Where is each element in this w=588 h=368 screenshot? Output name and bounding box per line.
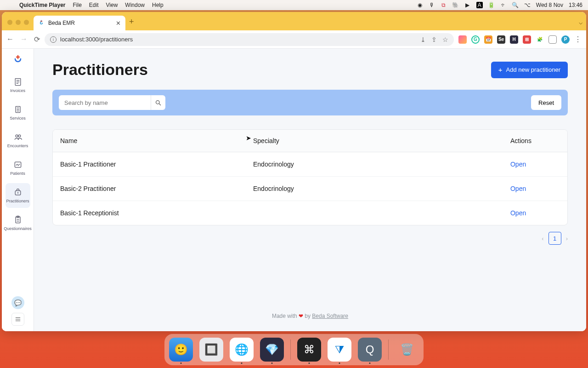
dock-obsidian[interactable]: 💎 — [260, 338, 284, 362]
spotlight-icon[interactable]: 🔍 — [512, 2, 519, 8]
dock-launchpad[interactable]: 🔲 — [199, 338, 223, 362]
wifi-icon[interactable]: ᯤ — [500, 2, 507, 8]
new-tab-button[interactable]: + — [129, 17, 134, 26]
th-specialty: Specialty — [246, 130, 503, 152]
app-logo-icon[interactable] — [12, 54, 23, 65]
search-input[interactable] — [59, 95, 151, 110]
profile-avatar[interactable]: P — [561, 35, 570, 44]
open-link[interactable]: Open — [510, 161, 526, 168]
omnibox[interactable]: i localhost:3000/practitioners ⤓ ⇪ ☆ — [45, 33, 454, 46]
mac-dock: 🙂 🔲 🌐 💎 ⌘ ⧩ Q 🗑️ — [164, 334, 424, 365]
dock-finder[interactable]: 🙂 — [169, 338, 193, 362]
kebab-menu-icon[interactable]: ⋮ — [574, 35, 582, 44]
cell-name: Basic-1 Receptionist — [53, 201, 246, 225]
dock-vscode[interactable]: ⧩ — [328, 338, 351, 362]
menu-help[interactable]: Help — [152, 2, 164, 8]
app-root: Invoices Services Encounters Patients Pr… — [2, 49, 586, 331]
share-icon[interactable]: ⇪ — [431, 36, 437, 43]
th-actions: Actions — [503, 130, 567, 152]
footer-mid: by — [303, 313, 312, 319]
evernote-icon[interactable]: 🐘 — [452, 2, 459, 8]
mic-icon[interactable]: 🎙 — [429, 2, 435, 8]
ext-icon-gcal[interactable]: 📅 — [484, 35, 492, 44]
sidebar-item-label: Invoices — [10, 88, 25, 93]
reload-icon[interactable]: ⟳ — [34, 35, 40, 44]
sidebar-item-services[interactable]: Services — [6, 100, 30, 125]
chat-bubble-icon[interactable]: 💬 — [11, 296, 24, 309]
recording-icon[interactable]: ◉ — [417, 2, 423, 8]
menubar-appname[interactable]: QuickTime Player — [19, 2, 66, 8]
filter-bar: Reset — [52, 90, 568, 115]
menu-file[interactable]: File — [73, 2, 82, 8]
battery-icon[interactable]: 🔋 — [488, 2, 495, 8]
open-link[interactable]: Open — [510, 185, 526, 192]
page-title: Practitioners — [52, 61, 148, 79]
browser-tabbar: Beda EMR ✕ + ⌵ — [2, 12, 586, 30]
dock-terminal[interactable]: ⌘ — [297, 338, 321, 362]
forward-icon[interactable]: → — [20, 35, 28, 44]
ext-icon-grid[interactable]: ⊞ — [523, 35, 531, 44]
sidebar-item-label: Encounters — [7, 144, 28, 148]
extension-icons: G 📅 Se H ⊞ 🧩 P ⋮ — [458, 35, 582, 44]
tabs-chevron-icon[interactable]: ⌵ — [579, 18, 582, 26]
open-link[interactable]: Open — [510, 209, 526, 217]
menubar-date[interactable]: Wed 8 Nov — [536, 2, 563, 8]
practitioners-table: Name Specialty Actions Basic-1 Practitio… — [52, 129, 568, 225]
page-prev-icon[interactable]: ‹ — [542, 235, 543, 242]
add-practitioner-button[interactable]: + Add new practitioner — [491, 62, 568, 78]
bookmark-icon[interactable]: ☆ — [442, 36, 448, 43]
browser-tab[interactable]: Beda EMR ✕ — [34, 16, 125, 30]
menu-edit[interactable]: Edit — [89, 2, 99, 8]
site-info-icon[interactable]: i — [50, 36, 57, 43]
search-icon — [155, 99, 162, 106]
sidebar-item-invoices[interactable]: Invoices — [6, 73, 30, 98]
sidebar-collapse-button[interactable] — [11, 313, 24, 326]
tab-close-icon[interactable]: ✕ — [116, 20, 121, 27]
ext-icon-h[interactable]: H — [510, 35, 518, 44]
sidebar-item-label: Patients — [10, 171, 25, 176]
extensions-puzzle-icon[interactable]: 🧩 — [536, 35, 544, 44]
search-button[interactable] — [151, 95, 165, 110]
footer-prefix: Made with — [272, 313, 299, 319]
tab-title: Beda EMR — [48, 20, 75, 26]
cell-specialty: Endocrinology — [246, 177, 503, 201]
footer-link[interactable]: Beda Software — [312, 313, 348, 319]
cell-specialty — [246, 201, 503, 225]
window-traffic-lights[interactable] — [7, 20, 29, 25]
sidebar-item-practitioners[interactable]: Practitioners — [6, 183, 30, 208]
page-number[interactable]: 1 — [548, 232, 561, 245]
cell-name: Basic-2 Practitioner — [53, 177, 246, 201]
url-text: localhost:3000/practitioners — [60, 36, 133, 43]
install-icon[interactable]: ⤓ — [420, 36, 426, 43]
page-next-icon[interactable]: › — [566, 235, 568, 242]
sidebar-item-patients[interactable]: Patients — [6, 155, 30, 180]
cell-name: Basic-1 Practitioner — [53, 152, 246, 177]
sidepanel-icon[interactable] — [548, 35, 557, 44]
sidebar-item-questionnaires[interactable]: Questionnaires — [6, 211, 30, 236]
cell-specialty: Endocrinology — [246, 152, 503, 177]
slack-icon[interactable]: ⧉ — [441, 2, 447, 8]
play-icon[interactable]: ▶ — [464, 2, 471, 8]
svg-point-8 — [156, 100, 160, 104]
ext-icon-grammarly[interactable]: G — [471, 35, 480, 44]
apple-icon[interactable] — [6, 2, 12, 8]
control-center-icon[interactable]: ⌥ — [524, 2, 531, 8]
menubar-time[interactable]: 13:46 — [569, 2, 582, 8]
ext-icon-selenium[interactable]: Se — [497, 35, 505, 44]
menu-view[interactable]: View — [106, 2, 118, 8]
dock-trash[interactable]: 🗑️ — [395, 338, 419, 362]
back-icon[interactable]: ← — [6, 35, 14, 44]
sidebar-item-label: Questionnaires — [4, 226, 32, 231]
app-a-icon[interactable]: A — [476, 2, 483, 8]
main-content: Practitioners + Add new practitioner Res… — [34, 49, 586, 331]
sidebar: Invoices Services Encounters Patients Pr… — [2, 49, 34, 331]
footer: Made with ❤ by Beda Software — [52, 294, 568, 319]
sidebar-item-label: Practitioners — [6, 199, 29, 203]
sidebar-item-encounters[interactable]: Encounters — [6, 128, 30, 153]
mac-menubar: QuickTime Player File Edit View Window H… — [0, 0, 588, 10]
dock-quicktime[interactable]: Q — [358, 338, 382, 362]
ext-icon-1[interactable] — [458, 35, 467, 44]
dock-chrome[interactable]: 🌐 — [230, 338, 254, 362]
reset-button[interactable]: Reset — [531, 95, 561, 110]
menu-window[interactable]: Window — [125, 2, 145, 8]
